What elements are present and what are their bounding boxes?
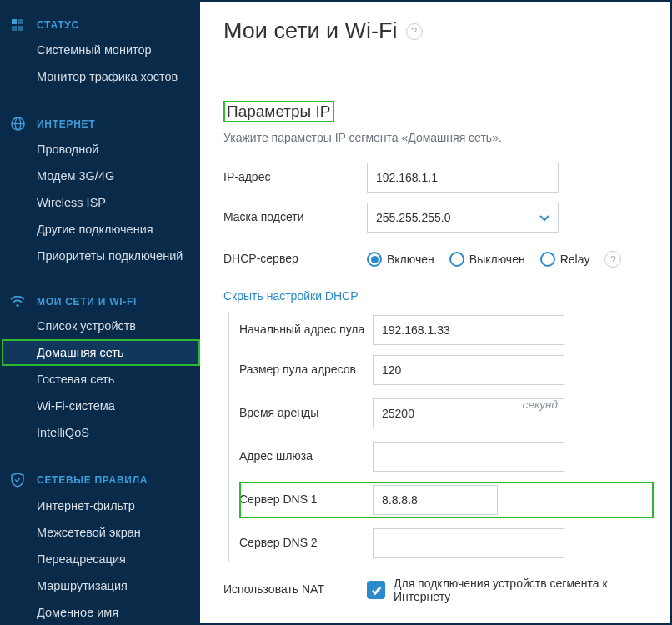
help-icon[interactable]: ? — [604, 251, 621, 268]
section-title: Параметры IP — [223, 101, 334, 122]
sidebar-group-label: МОИ СЕТИ И WI-FI — [37, 296, 137, 308]
sidebar-item-modem[interactable]: Модем 3G/4G — [2, 162, 200, 189]
page-title-text: Мои сети и Wi-Fi — [223, 18, 398, 44]
sidebar-item-system-monitor[interactable]: Системный монитор — [2, 37, 200, 63]
row-dns1: Сервер DNS 1 — [239, 482, 654, 518]
radio-dhcp-off[interactable]: Выключен — [449, 252, 525, 267]
row-nat: Использовать NAT Для подключения устройс… — [223, 572, 654, 608]
sidebar-item-filter[interactable]: Интернет-фильтр — [2, 492, 200, 519]
row-ip: IP-адрес — [223, 159, 654, 196]
label-dhcp: DHCP-сервер — [223, 252, 367, 267]
label-dns2: Сервер DNS 2 — [239, 536, 373, 551]
radio-label: Relay — [560, 252, 590, 266]
grid-icon — [10, 18, 25, 32]
form-ip-params: IP-адрес Маска подсети 255.255.255.0 DHC… — [223, 159, 654, 608]
svg-rect-0 — [12, 19, 17, 24]
sidebar-item-routing[interactable]: Маршрутизация — [2, 572, 200, 599]
select-mask-value: 255.255.255.0 — [376, 211, 451, 224]
sidebar-item-intelliqos[interactable]: IntelliQoS — [2, 419, 200, 446]
sidebar-group-label: СТАТУС — [37, 19, 79, 31]
radio-label: Включен — [387, 252, 434, 266]
sidebar-item-other-connections[interactable]: Другие подключения — [2, 216, 200, 242]
sidebar-item-wireless-isp[interactable]: Wireless ISP — [2, 189, 200, 216]
select-mask[interactable]: 255.255.255.0 — [367, 202, 559, 232]
sidebar-item-device-list[interactable]: Список устройств — [2, 312, 200, 339]
row-dns2: Сервер DNS 2 — [239, 525, 654, 562]
checkbox-nat-label: Для подключения устройств сегмента к Инт… — [394, 577, 654, 603]
sidebar-item-traffic-monitor[interactable]: Монитор трафика хостов — [2, 63, 200, 90]
sidebar-item-firewall[interactable]: Межсетевой экран — [2, 519, 200, 546]
chevron-down-icon — [539, 211, 549, 224]
checkbox-nat[interactable] — [367, 581, 385, 599]
row-gateway: Адрес шлюза — [239, 438, 654, 475]
radio-icon — [367, 252, 382, 267]
sidebar-item-wifi-system[interactable]: Wi-Fi-система — [2, 392, 200, 419]
shield-icon — [10, 472, 25, 488]
globe-icon — [10, 117, 25, 131]
radio-label: Выключен — [469, 252, 525, 266]
input-pool-start[interactable] — [373, 315, 564, 345]
label-nat: Использовать NAT — [223, 582, 367, 598]
help-icon[interactable]: ? — [406, 23, 423, 40]
radio-dhcp-on[interactable]: Включен — [367, 252, 434, 267]
toggle-dhcp-link[interactable]: Скрыть настройки DHCP — [223, 289, 359, 303]
input-pool-size[interactable] — [373, 355, 564, 385]
sidebar-item-home-network[interactable]: Домашняя сеть — [2, 339, 200, 366]
label-mask: Маска подсети — [223, 210, 367, 225]
input-gateway[interactable] — [373, 442, 564, 472]
label-lease: Время аренды — [239, 406, 373, 421]
svg-rect-1 — [18, 19, 23, 24]
input-dns2[interactable] — [373, 528, 564, 558]
wifi-icon — [10, 296, 25, 308]
sidebar-group-internet: ИНТЕРНЕТ — [2, 107, 200, 136]
radio-icon — [540, 252, 555, 267]
label-pool-start: Начальный адрес пула — [239, 322, 373, 338]
row-pool-start: Начальный адрес пула — [239, 312, 654, 348]
sidebar-group-label: СЕТЕВЫЕ ПРАВИЛА — [37, 474, 148, 486]
svg-rect-2 — [12, 26, 17, 31]
row-lease: Время аренды секунд — [239, 395, 654, 432]
radio-icon — [449, 252, 464, 267]
radio-group-dhcp: Включен Выключен Relay ? — [367, 251, 621, 268]
input-lease[interactable] — [373, 398, 564, 428]
sidebar-item-forwarding[interactable]: Переадресация — [2, 546, 200, 572]
sidebar-group-networks: МОИ СЕТИ И WI-FI — [2, 286, 200, 312]
row-pool-size: Размер пула адресов — [239, 352, 654, 388]
row-mask: Маска подсети 255.255.255.0 — [223, 199, 654, 236]
sidebar: СТАТУС Системный монитор Монитор трафика… — [2, 2, 200, 623]
input-dns1[interactable] — [373, 485, 498, 515]
sidebar-group-status: СТАТУС — [2, 8, 200, 37]
sidebar-group-rules: СЕТЕВЫЕ ПРАВИЛА — [2, 462, 200, 492]
section-subtitle: Укажите параметры IP сегмента «Домашняя … — [223, 131, 654, 144]
dhcp-settings-block: Начальный адрес пула Размер пула адресов… — [228, 312, 654, 562]
radio-dhcp-relay[interactable]: Relay — [540, 252, 590, 267]
sidebar-item-wired[interactable]: Проводной — [2, 136, 200, 162]
label-ip: IP-адрес — [223, 170, 367, 185]
label-pool-size: Размер пула адресов — [239, 362, 373, 378]
sidebar-group-label: ИНТЕРНЕТ — [37, 118, 95, 130]
row-dhcp: DHCP-сервер Включен Выключен Relay ? — [223, 241, 654, 278]
page-title: Мои сети и Wi-Fi ? — [223, 18, 654, 44]
sidebar-item-guest-network[interactable]: Гостевая сеть — [2, 366, 200, 392]
label-dns1: Сервер DNS 1 — [239, 492, 373, 508]
input-ip[interactable] — [367, 162, 559, 192]
main-content: Мои сети и Wi-Fi ? Параметры IP Укажите … — [200, 2, 670, 623]
sidebar-item-domain[interactable]: Доменное имя — [2, 599, 200, 623]
svg-point-7 — [16, 304, 18, 307]
sidebar-item-priorities[interactable]: Приоритеты подключений — [2, 242, 200, 269]
label-gateway: Адрес шлюза — [239, 449, 373, 464]
svg-rect-3 — [18, 26, 23, 31]
